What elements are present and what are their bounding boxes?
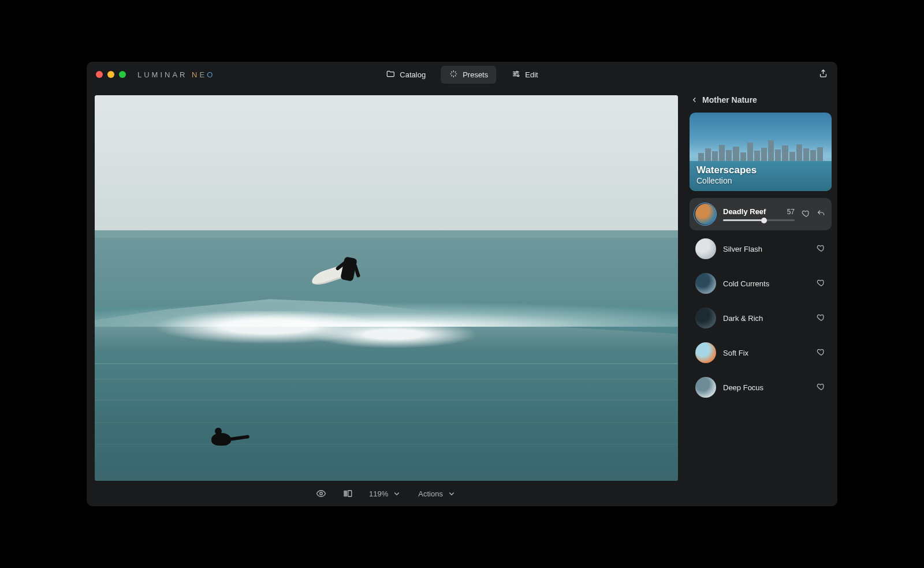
preset-thumb bbox=[695, 238, 716, 259]
close-window-button[interactable] bbox=[96, 71, 103, 78]
preset-item[interactable]: Dark & Rich bbox=[690, 302, 832, 334]
preset-name: Silver Flash bbox=[723, 245, 762, 253]
tab-presets[interactable]: Presets bbox=[441, 66, 496, 84]
reset-button[interactable] bbox=[817, 209, 826, 220]
minimize-window-button[interactable] bbox=[107, 71, 114, 78]
canvas-toolbar: 119% Actions bbox=[95, 481, 678, 506]
tab-edit[interactable]: Edit bbox=[503, 66, 546, 84]
titlebar: LUMINAR NEO Catalog Presets Edit bbox=[87, 62, 837, 87]
favorite-button[interactable] bbox=[817, 244, 826, 255]
tab-label: Presets bbox=[463, 70, 488, 79]
back-button[interactable]: Mother Nature bbox=[690, 95, 832, 106]
preset-item[interactable]: Deadly Reef 57 bbox=[690, 198, 832, 230]
svg-point-1 bbox=[514, 73, 516, 74]
chevron-left-icon bbox=[691, 96, 699, 104]
top-tabs: Catalog Presets Edit bbox=[378, 66, 546, 84]
compare-toggle[interactable] bbox=[342, 488, 353, 499]
sparkle-icon bbox=[449, 69, 458, 80]
preset-name: Dark & Rich bbox=[723, 314, 763, 323]
app-window: LUMINAR NEO Catalog Presets Edit bbox=[87, 62, 837, 506]
preset-item[interactable]: Soft Fix bbox=[690, 337, 832, 369]
maximize-window-button[interactable] bbox=[119, 71, 126, 78]
preset-name: Soft Fix bbox=[723, 349, 748, 357]
collection-subtitle: Collection bbox=[696, 176, 757, 185]
subject-surfer bbox=[328, 257, 363, 292]
window-controls bbox=[96, 71, 126, 78]
svg-point-2 bbox=[517, 75, 519, 77]
sliders-icon bbox=[511, 69, 520, 80]
folder-icon bbox=[386, 69, 395, 80]
collection-label: Waterscapes Collection bbox=[696, 165, 757, 185]
undo-icon bbox=[817, 211, 826, 220]
actions-label: Actions bbox=[418, 489, 443, 498]
preset-thumb bbox=[695, 308, 716, 328]
app-brand: LUMINAR NEO bbox=[137, 70, 215, 79]
heart-icon bbox=[817, 315, 826, 324]
tab-label: Edit bbox=[525, 70, 538, 79]
chevron-down-icon bbox=[446, 488, 457, 499]
image-canvas[interactable] bbox=[95, 95, 678, 481]
actions-menu[interactable]: Actions bbox=[418, 488, 457, 499]
zoom-control[interactable]: 119% bbox=[369, 488, 402, 499]
heart-icon bbox=[817, 281, 826, 289]
preset-thumb bbox=[695, 342, 716, 363]
favorite-button[interactable] bbox=[817, 278, 826, 289]
preset-intensity-slider[interactable] bbox=[723, 219, 795, 221]
tab-label: Catalog bbox=[400, 70, 426, 79]
favorite-button[interactable] bbox=[802, 209, 811, 220]
preview-toggle[interactable] bbox=[316, 488, 326, 499]
preset-item[interactable]: Cold Currents bbox=[690, 267, 832, 300]
back-label: Mother Nature bbox=[702, 95, 757, 104]
svg-rect-5 bbox=[348, 491, 352, 497]
preset-name: Cold Currents bbox=[723, 279, 769, 288]
favorite-button[interactable] bbox=[817, 347, 826, 358]
preset-value: 57 bbox=[787, 208, 795, 216]
canvas-area: 119% Actions bbox=[87, 87, 686, 506]
preset-item[interactable]: Deep Focus bbox=[690, 371, 832, 403]
collection-title: Waterscapes bbox=[696, 165, 757, 176]
subject-paddler bbox=[206, 433, 258, 450]
share-icon bbox=[818, 69, 828, 79]
preset-thumb bbox=[695, 377, 716, 398]
zoom-value: 119% bbox=[369, 489, 388, 498]
preset-name: Deadly Reef bbox=[723, 207, 766, 216]
svg-point-0 bbox=[516, 71, 518, 73]
chevron-down-icon bbox=[392, 488, 402, 499]
heart-icon bbox=[802, 211, 811, 220]
share-button[interactable] bbox=[818, 69, 828, 81]
heart-icon bbox=[817, 350, 826, 358]
presets-panel: Mother Nature Waterscapes Collection bbox=[686, 87, 837, 506]
preset-list: Deadly Reef 57 Silver Flash Cold Current… bbox=[690, 198, 832, 403]
heart-icon bbox=[817, 384, 826, 393]
collection-card[interactable]: Waterscapes Collection bbox=[690, 113, 832, 191]
favorite-button[interactable] bbox=[817, 313, 826, 324]
favorite-button[interactable] bbox=[817, 382, 826, 393]
eye-icon bbox=[316, 488, 326, 499]
preset-item[interactable]: Silver Flash bbox=[690, 233, 832, 265]
svg-point-3 bbox=[320, 492, 323, 495]
svg-rect-4 bbox=[344, 491, 347, 497]
heart-icon bbox=[817, 246, 826, 255]
app-body: 119% Actions Mother Nature bbox=[87, 87, 837, 506]
compare-icon bbox=[342, 488, 353, 499]
preset-name: Deep Focus bbox=[723, 383, 763, 392]
tab-catalog[interactable]: Catalog bbox=[378, 66, 434, 84]
preset-thumb bbox=[695, 273, 716, 294]
